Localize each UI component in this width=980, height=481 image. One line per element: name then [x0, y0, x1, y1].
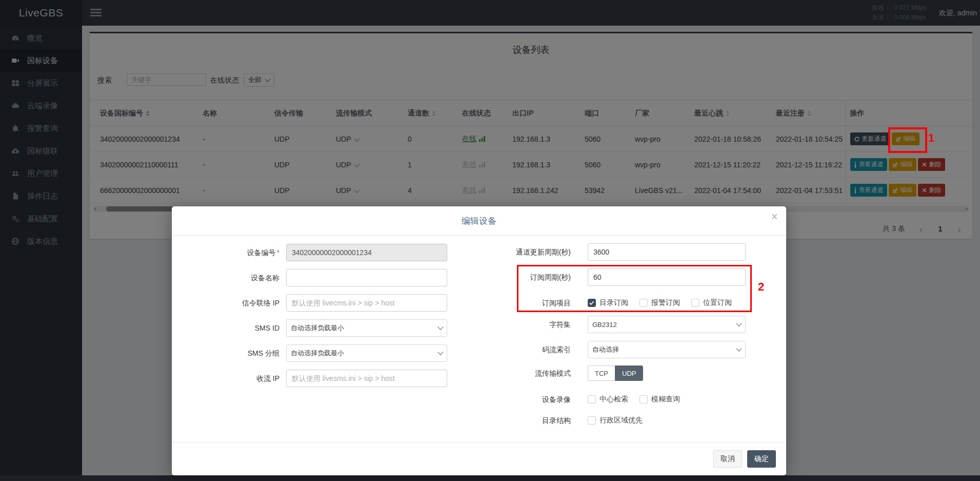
confirm-button[interactable]: 确定 — [747, 450, 776, 468]
tcp-toggle-button[interactable]: TCP — [588, 365, 615, 381]
charset-label: 字符集 — [417, 316, 571, 333]
checkbox-option[interactable]: 模糊查询 — [639, 395, 680, 404]
annotation-number-1: 1 — [928, 131, 934, 145]
livegbs-app: LiveGBS 接收 ↑ : 0.027 Mbps发送 ↓ : 0.006 Mb… — [0, 0, 980, 481]
edit-device-modal: 编辑设备 × 设备编号* 设备名称 信令联络 IP SMS ID 自动选择负载最… — [172, 206, 786, 475]
annotation-box-2 — [517, 265, 752, 312]
checkbox-label: 中心检索 — [599, 395, 628, 404]
channel-refresh-field[interactable] — [588, 243, 746, 261]
chevron-down-icon — [736, 320, 742, 326]
checkbox-icon[interactable] — [588, 416, 596, 425]
annotation-box-1 — [888, 127, 927, 153]
chevron-down-icon — [736, 345, 742, 351]
checkbox-option[interactable]: 行政区域优先 — [588, 416, 643, 425]
stream-index-select[interactable]: 自动选择 — [588, 341, 746, 358]
charset-select[interactable]: GB2312 — [588, 316, 746, 333]
charset-select-value: GB2312 — [592, 321, 617, 329]
channel-refresh-label: 通道更新周期(秒) — [417, 243, 571, 261]
charset-row: 字符集 GB2312 — [172, 316, 786, 333]
stream-index-label: 码流索引 — [417, 341, 571, 358]
catalog-structure-row: 目录结构 行政区域优先 — [172, 415, 786, 426]
stream-index-select-value: 自动选择 — [592, 345, 619, 354]
checkbox-icon[interactable] — [588, 395, 596, 403]
catalog-options: 行政区域优先 — [588, 415, 746, 426]
channel-refresh-row: 通道更新周期(秒) — [172, 243, 786, 261]
device-record-row: 设备录像 中心检索模糊查询 — [172, 394, 786, 405]
device-record-label: 设备录像 — [417, 394, 571, 405]
record-options: 中心检索模糊查询 — [588, 394, 746, 405]
modal-title: 编辑设备 — [172, 206, 786, 236]
udp-toggle-button[interactable]: UDP — [615, 365, 643, 381]
annotation-number-2: 2 — [758, 280, 764, 294]
checkbox-label: 行政区域优先 — [599, 416, 643, 425]
modal-footer: 取消 确定 — [172, 442, 786, 475]
checkbox-label: 模糊查询 — [651, 395, 680, 404]
close-icon[interactable]: × — [771, 211, 778, 223]
checkbox-icon[interactable] — [639, 395, 648, 403]
catalog-structure-label: 目录结构 — [417, 415, 571, 426]
cancel-button[interactable]: 取消 — [713, 450, 742, 468]
stream-mode-label: 流传输模式 — [417, 365, 571, 381]
stream-index-row: 码流索引 自动选择 — [172, 341, 786, 358]
checkbox-option[interactable]: 中心检索 — [588, 395, 628, 404]
stream-mode-row: 流传输模式 TCP UDP — [172, 365, 786, 381]
